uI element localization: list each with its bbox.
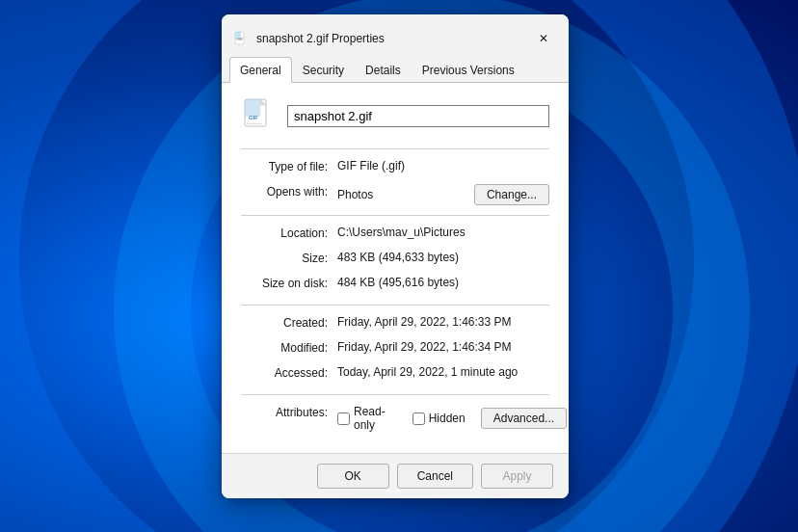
- location-value: C:\Users\mav_u\Pictures: [337, 226, 549, 239]
- tab-general[interactable]: General: [229, 57, 292, 83]
- tab-previous-versions[interactable]: Previous Versions: [412, 57, 525, 83]
- prop-row-type: Type of file: GIF File (.gif): [241, 159, 549, 178]
- properties-dialog: GIF snapshot 2.gif Properties ✕ General …: [222, 14, 569, 498]
- prop-row-attributes: Attributes: Read-only Hidden Advanced...: [241, 405, 549, 432]
- hidden-checkbox[interactable]: [412, 412, 425, 425]
- hidden-label: Hidden: [429, 412, 466, 425]
- checkboxes-group: Read-only Hidden: [337, 405, 481, 432]
- dialog-content: GIF Type of file: GIF File (.gif) Opens …: [222, 83, 569, 453]
- file-icon-container: GIF: [241, 98, 276, 133]
- filename-input[interactable]: [287, 105, 549, 127]
- size-label: Size:: [241, 251, 337, 265]
- tab-security[interactable]: Security: [292, 57, 355, 83]
- opens-with-label: Opens with:: [241, 184, 337, 199]
- size-on-disk-value: 484 KB (495,616 bytes): [337, 276, 549, 289]
- dialog-title: snapshot 2.gif Properties: [256, 32, 530, 45]
- ok-button[interactable]: OK: [317, 464, 389, 489]
- prop-row-created: Created: Friday, April 29, 2022, 1:46:33…: [241, 315, 549, 334]
- prop-row-location: Location: C:\Users\mav_u\Pictures: [241, 226, 549, 245]
- divider-2: [241, 215, 549, 216]
- prop-row-size: Size: 483 KB (494,633 bytes): [241, 251, 549, 270]
- attributes-value-container: Read-only Hidden Advanced...: [337, 405, 567, 432]
- tab-details[interactable]: Details: [355, 57, 412, 83]
- type-value: GIF File (.gif): [337, 159, 549, 173]
- title-bar-icon: GIF: [233, 31, 249, 46]
- readonly-checkbox-label[interactable]: Read-only: [337, 405, 386, 432]
- advanced-button[interactable]: Advanced...: [481, 408, 567, 429]
- hidden-checkbox-label[interactable]: Hidden: [412, 412, 466, 425]
- title-bar: GIF snapshot 2.gif Properties ✕: [222, 14, 569, 53]
- button-bar: OK Cancel Apply: [222, 453, 569, 498]
- accessed-label: Accessed:: [241, 365, 337, 380]
- change-button[interactable]: Change...: [474, 184, 549, 205]
- svg-text:GIF: GIF: [249, 115, 258, 120]
- type-label: Type of file:: [241, 159, 337, 173]
- modified-value: Friday, April 29, 2022, 1:46:34 PM: [337, 340, 549, 354]
- divider-1: [241, 148, 549, 149]
- accessed-value: Today, April 29, 2022, 1 minute ago: [337, 365, 549, 379]
- prop-row-opens-with: Opens with: Photos Change...: [241, 184, 549, 205]
- divider-3: [241, 305, 549, 306]
- created-label: Created:: [241, 315, 337, 330]
- readonly-checkbox[interactable]: [337, 412, 350, 425]
- prop-row-modified: Modified: Friday, April 29, 2022, 1:46:3…: [241, 340, 549, 359]
- attributes-label: Attributes:: [241, 405, 337, 419]
- created-value: Friday, April 29, 2022, 1:46:33 PM: [337, 315, 549, 329]
- cancel-button[interactable]: Cancel: [397, 464, 473, 489]
- tab-bar: General Security Details Previous Versio…: [222, 53, 569, 83]
- modified-label: Modified:: [241, 340, 337, 355]
- prop-row-accessed: Accessed: Today, April 29, 2022, 1 minut…: [241, 365, 549, 385]
- filename-row: GIF: [241, 98, 549, 133]
- readonly-label: Read-only: [354, 405, 386, 432]
- opens-with-value-container: Photos Change...: [337, 184, 549, 205]
- svg-rect-7: [247, 123, 262, 124]
- file-icon: GIF: [243, 98, 274, 133]
- size-on-disk-label: Size on disk:: [241, 276, 337, 290]
- divider-4: [241, 394, 549, 395]
- apply-button[interactable]: Apply: [481, 464, 553, 489]
- size-value: 483 KB (494,633 bytes): [337, 251, 549, 264]
- location-label: Location:: [241, 226, 337, 240]
- prop-row-size-on-disk: Size on disk: 484 KB (495,616 bytes): [241, 276, 549, 295]
- close-button[interactable]: ✕: [530, 25, 557, 52]
- svg-text:GIF: GIF: [237, 37, 244, 41]
- opens-with-value: Photos: [337, 188, 373, 201]
